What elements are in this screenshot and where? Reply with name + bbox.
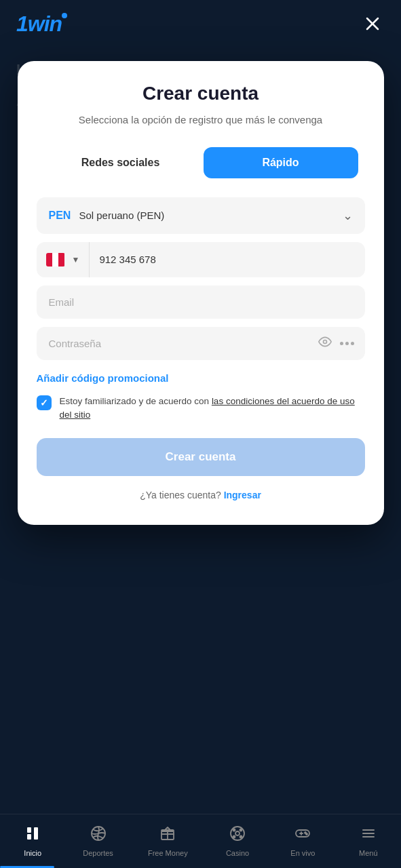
eye-icon[interactable] <box>318 335 332 352</box>
currency-selector[interactable]: PEN Sol peruano (PEN) ⌄ <box>37 197 365 234</box>
peru-flag <box>46 253 65 267</box>
svg-point-9 <box>231 827 244 840</box>
svg-rect-3 <box>27 827 31 833</box>
currency-code: PEN <box>49 210 71 222</box>
currency-name: Sol peruano (PEN) <box>79 210 164 221</box>
terms-checkbox-row: ✓ Estoy familiarizado y de acuerdo con l… <box>37 395 365 422</box>
promo-code-link[interactable]: Añadir código promocional <box>37 368 365 395</box>
nav-label-casino: Casino <box>226 849 249 857</box>
checkmark-icon: ✓ <box>40 397 48 408</box>
logo: 1win <box>16 12 67 37</box>
home-icon <box>24 825 41 846</box>
tab-switcher: Redes sociales Rápido <box>37 147 365 178</box>
phone-input-group: ▼ <box>37 242 365 277</box>
close-button[interactable] <box>360 12 385 36</box>
terms-checkbox[interactable]: ✓ <box>37 395 52 410</box>
flag-chevron-icon: ▼ <box>72 255 80 264</box>
password-input[interactable] <box>37 327 318 360</box>
casino-icon <box>229 825 246 846</box>
svg-point-12 <box>240 829 242 831</box>
email-group <box>37 285 365 319</box>
create-account-button[interactable]: Crear cuenta <box>37 438 365 476</box>
sports-icon <box>90 825 107 846</box>
nav-item-inicio[interactable]: Inicio <box>9 820 56 863</box>
nav-item-en-vivo[interactable]: En vivo <box>279 820 326 863</box>
svg-rect-4 <box>27 834 31 840</box>
terms-label: Estoy familiarizado y de acuerdo con las… <box>60 395 365 422</box>
modal-overlay: Crear cuenta Selecciona la opción de reg… <box>0 47 401 814</box>
header: 1win <box>0 0 401 47</box>
tab-social[interactable]: Redes sociales <box>43 147 198 178</box>
svg-point-14 <box>240 836 242 838</box>
nav-label-free-money: Free Money <box>148 849 188 857</box>
svg-rect-5 <box>34 827 38 840</box>
bottom-navigation: Inicio Deportes Free Money <box>0 814 401 868</box>
tab-rapid[interactable]: Rápido <box>204 147 358 178</box>
gift-icon <box>159 825 176 846</box>
nav-item-casino[interactable]: Casino <box>214 820 261 863</box>
chevron-down-icon: ⌄ <box>343 208 353 223</box>
login-question-text: ¿Ya tienes cuenta? <box>140 490 221 500</box>
phone-group: ▼ <box>37 242 365 277</box>
nav-item-deportes[interactable]: Deportes <box>75 820 122 863</box>
logo-dot <box>62 13 67 18</box>
nav-item-free-money[interactable]: Free Money <box>140 820 196 863</box>
nav-label-menu: Menú <box>359 849 378 857</box>
svg-point-11 <box>233 829 235 831</box>
nav-label-en-vivo: En vivo <box>290 849 315 857</box>
nav-label-inicio: Inicio <box>24 849 41 857</box>
nav-label-deportes: Deportes <box>83 849 113 857</box>
password-input-group <box>37 327 365 360</box>
password-icons <box>318 335 365 352</box>
menu-icon <box>360 825 377 846</box>
svg-point-13 <box>233 836 235 838</box>
email-input[interactable] <box>37 285 365 319</box>
logo-text: 1win <box>16 12 62 37</box>
svg-point-19 <box>306 833 307 835</box>
nav-item-menu[interactable]: Menú <box>345 820 392 863</box>
svg-point-2 <box>323 340 326 343</box>
currency-group: PEN Sol peruano (PEN) ⌄ <box>37 197 365 234</box>
registration-modal: Crear cuenta Selecciona la opción de reg… <box>18 61 384 525</box>
country-selector[interactable]: ▼ <box>37 242 90 277</box>
gamepad-icon <box>294 825 311 846</box>
currency-label: PEN Sol peruano (PEN) <box>49 210 165 222</box>
login-row: ¿Ya tienes cuenta? Ingresar <box>37 490 365 500</box>
password-group <box>37 327 365 360</box>
phone-input[interactable] <box>90 243 364 276</box>
modal-title: Crear cuenta <box>37 83 365 104</box>
modal-subtitle: Selecciona la opción de registro que más… <box>37 113 365 128</box>
login-link[interactable]: Ingresar <box>224 490 261 500</box>
svg-point-10 <box>235 831 240 835</box>
more-options-icon[interactable] <box>340 342 354 345</box>
svg-rect-8 <box>161 830 174 831</box>
